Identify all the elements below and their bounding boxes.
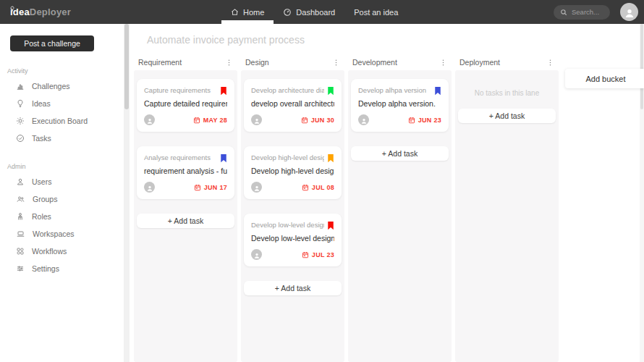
- sliders-icon: [16, 264, 25, 273]
- calendar-icon: [408, 117, 415, 124]
- board-column: Development Develop alhpa version Develo…: [348, 54, 452, 362]
- calendar-icon: [302, 184, 309, 191]
- calendar-icon: [301, 117, 308, 124]
- board-column: Deployment No tasks in this lane + Add t…: [455, 54, 559, 362]
- sidebar-item-groups[interactable]: Groups: [0, 190, 124, 208]
- add-bucket-button[interactable]: Add bucket: [565, 69, 644, 88]
- assignee-avatar[interactable]: [144, 182, 155, 193]
- due-date: JUN 30: [301, 117, 334, 124]
- person-icon: [146, 117, 153, 125]
- task-card[interactable]: Capture requirements Capture detailed re…: [137, 79, 234, 132]
- sidebar-item-ideas[interactable]: Ideas: [0, 95, 124, 112]
- lightbulb-icon: [16, 99, 25, 108]
- logo-text-2: Deployer: [30, 7, 71, 17]
- empty-lane-text: No tasks in this lane: [458, 79, 556, 109]
- task-card[interactable]: Develop high-level desig... Develop high…: [244, 146, 342, 199]
- group-icon: [16, 195, 25, 203]
- task-card[interactable]: Analyse requirements requirement analysi…: [137, 146, 234, 199]
- nav-item-label: Home: [243, 8, 264, 17]
- task-card[interactable]: Develop alhpa version Develop alpha vers…: [351, 79, 449, 132]
- bookmark-icon: [327, 86, 334, 96]
- column-menu-button[interactable]: [438, 57, 449, 68]
- home-icon: [231, 8, 239, 16]
- sidebar-item-challenges[interactable]: Challenges: [0, 77, 124, 95]
- due-date: MAY 28: [193, 117, 227, 124]
- sidebar-item-label: Tasks: [32, 134, 51, 143]
- column-menu-button[interactable]: [224, 57, 234, 68]
- sidebar-item-tasks[interactable]: Tasks: [0, 130, 124, 147]
- column-header: Requirement: [134, 54, 237, 70]
- add-task-button[interactable]: + Add task: [244, 281, 342, 295]
- bar-chart-icon: [16, 82, 25, 90]
- post-challenge-button[interactable]: Post a challenge: [10, 35, 94, 51]
- kebab-menu-icon: [225, 59, 233, 67]
- due-date: JUN 23: [408, 117, 441, 124]
- user-avatar[interactable]: [620, 3, 638, 21]
- nav-item-label: Dashboard: [296, 8, 335, 17]
- nav-item-home[interactable]: Home: [221, 0, 274, 24]
- task-title: Develop high-level desig...: [251, 153, 324, 161]
- lane: No tasks in this lane + Add task: [455, 70, 559, 362]
- gear-icon: [16, 117, 25, 125]
- dashboard-icon: [283, 8, 292, 17]
- task-description: Develop alpha version.: [358, 99, 441, 108]
- column-title: Requirement: [138, 58, 182, 67]
- bookmark-icon: [434, 86, 441, 96]
- user-icon: [16, 177, 25, 186]
- task-card[interactable]: Develop architecture dia... develop over…: [244, 79, 342, 132]
- sidebar-item-label: Ideas: [32, 99, 51, 108]
- lane: Develop alhpa version Develop alpha vers…: [348, 70, 452, 362]
- sidebar-scrollbar[interactable]: [124, 24, 130, 362]
- task-card[interactable]: Develop low-level design... Develop low-…: [244, 214, 342, 266]
- page-title: Automate invoice payment process: [147, 34, 640, 46]
- add-task-button[interactable]: + Add task: [137, 214, 234, 228]
- admin-section-label: Admin: [7, 163, 124, 170]
- column-title: Development: [352, 58, 397, 67]
- sidebar-item-workspaces[interactable]: Workspaces: [0, 225, 124, 243]
- sidebar-item-settings[interactable]: Settings: [0, 260, 124, 277]
- person-icon: [253, 117, 260, 125]
- sidebar-item-label: Workspaces: [33, 230, 75, 238]
- sidebar-item-execution-board[interactable]: Execution Board: [0, 112, 124, 130]
- assignee-avatar[interactable]: [251, 114, 262, 125]
- search-input[interactable]: [572, 8, 608, 16]
- task-description: Capture detailed requirements: [144, 99, 227, 108]
- nav-item-dashboard[interactable]: Dashboard: [274, 0, 344, 24]
- app-logo[interactable]: idea Deployer: [10, 7, 71, 17]
- person-icon: [253, 185, 260, 192]
- calendar-icon: [302, 251, 309, 258]
- task-title: Develop alhpa version: [358, 86, 426, 94]
- sidebar-item-label: Roles: [32, 212, 51, 221]
- column-menu-button[interactable]: [331, 57, 342, 68]
- person-icon: [253, 252, 260, 259]
- column-title: Deployment: [459, 58, 500, 67]
- due-date: JUL 23: [302, 251, 334, 258]
- add-task-button[interactable]: + Add task: [351, 146, 449, 161]
- column-menu-button[interactable]: [545, 57, 556, 68]
- task-title: Capture requirements: [144, 86, 211, 94]
- nav-item-post-an-idea[interactable]: Post an idea: [344, 0, 407, 24]
- bookmark-icon: [327, 221, 334, 230]
- assignee-avatar[interactable]: [144, 114, 155, 125]
- sidebar-item-workflows[interactable]: Workflows: [0, 243, 124, 260]
- board-column: Requirement Capture requirements Capture…: [134, 54, 237, 362]
- person-icon: [146, 185, 153, 192]
- task-description: Develop high-level design doc...: [251, 167, 334, 175]
- assignee-avatar[interactable]: [251, 182, 262, 193]
- sidebar: Post a challenge Activity Challenges Ide…: [0, 24, 124, 362]
- sidebar-scrollbar-thumb[interactable]: [124, 24, 129, 109]
- task-title: Develop low-level design...: [251, 221, 324, 229]
- task-due-date: JUL 08: [312, 184, 334, 191]
- board-columns: Requirement Capture requirements Capture…: [134, 54, 640, 362]
- assignee-avatar[interactable]: [251, 249, 262, 260]
- sidebar-item-users[interactable]: Users: [0, 173, 124, 190]
- sidebar-item-label: Settings: [32, 264, 59, 273]
- sidebar-item-label: Execution Board: [32, 117, 88, 125]
- search-box[interactable]: [554, 5, 610, 20]
- due-date: JUL 08: [302, 184, 334, 191]
- add-task-button[interactable]: + Add task: [458, 109, 556, 123]
- lane: Develop architecture dia... develop over…: [241, 70, 344, 362]
- sidebar-item-roles[interactable]: Roles: [0, 208, 124, 225]
- assignee-avatar[interactable]: [358, 114, 369, 125]
- main-scrollbar-thumb[interactable]: [640, 24, 643, 109]
